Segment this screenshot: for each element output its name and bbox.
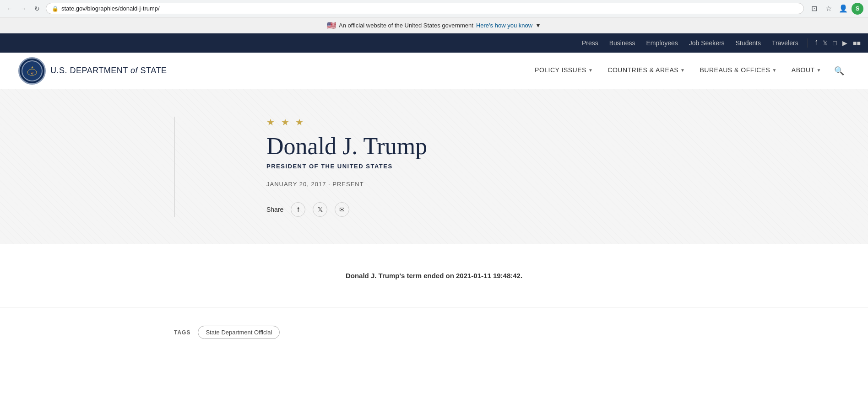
share-email-button[interactable]: ✉ (335, 202, 349, 217)
main-navigation: POLICY ISSUES ▼ COUNTRIES & AREAS ▼ BURE… (527, 53, 850, 89)
nav-bureaus-offices-label: BUREAUS & OFFICES (700, 66, 770, 74)
term-ended-section: Donald J. Trump's term ended on 2021-01-… (0, 244, 868, 307)
heres-how-you-know-link[interactable]: Here's how you know (476, 22, 532, 29)
chevron-down-icon: ▼ (817, 68, 821, 73)
browser-actions: ⊡ ☆ 👤 S (808, 2, 863, 15)
top-nav-students[interactable]: Students (730, 33, 766, 53)
biography-content: ★ ★ ★ Donald J. Trump PRESIDENT OF THE U… (174, 117, 586, 217)
chevron-down-icon: ▼ (680, 68, 685, 73)
profile-avatar-icon[interactable]: 👤 (837, 2, 850, 15)
svg-text:🦅: 🦅 (31, 71, 34, 75)
top-nav-employees[interactable]: Employees (641, 33, 684, 53)
chevron-down-icon: ▼ (588, 68, 593, 73)
nav-policy-issues[interactable]: POLICY ISSUES ▼ (527, 53, 600, 89)
top-navigation: Press Business Employees Job Seekers Stu… (0, 33, 868, 53)
biography-section: ★ ★ ★ Donald J. Trump PRESIDENT OF THE U… (0, 89, 868, 244)
share-label: Share (266, 206, 283, 213)
facebook-icon[interactable]: f (815, 39, 817, 47)
tags-section: TAGS State Department Official (0, 307, 868, 357)
address-bar[interactable]: 🔒 state.gov/biographies/donald-j-trump/ (46, 3, 804, 14)
share-facebook-button[interactable]: f (291, 202, 305, 217)
department-seal: ★ 🦅 (18, 57, 46, 85)
youtube-icon[interactable]: ▶ (842, 39, 847, 47)
share-row: Share f 𝕏 ✉ (266, 202, 568, 217)
profile-button[interactable]: S (852, 3, 863, 15)
forward-button[interactable]: → (18, 4, 28, 14)
cast-icon[interactable]: ⊡ (808, 2, 820, 15)
nav-countries-areas[interactable]: COUNTRIES & AREAS ▼ (600, 53, 692, 89)
person-dates: JANUARY 20, 2017 · PRESENT (266, 181, 568, 188)
bio-stars: ★ ★ ★ (266, 117, 568, 128)
lock-icon: 🔒 (52, 5, 59, 12)
bookmark-icon[interactable]: ☆ (822, 2, 835, 15)
top-nav-press[interactable]: Press (576, 33, 604, 53)
gov-banner-text: An official website of the United States… (339, 22, 473, 29)
nav-policy-issues-label: POLICY ISSUES (535, 66, 586, 74)
person-name: Donald J. Trump (266, 133, 568, 159)
svg-point-0 (22, 61, 42, 81)
department-name: U.S. DEPARTMENT of STATE (50, 66, 167, 75)
nav-about-label: ABOUT (792, 66, 815, 74)
tags-row: TAGS State Department Official (174, 326, 694, 339)
us-flag-icon: 🇺🇸 (327, 21, 336, 30)
social-icons: f 𝕏 □ ▶ ■■ (812, 39, 861, 47)
logo-link[interactable]: ★ 🦅 U.S. DEPARTMENT of STATE (18, 57, 167, 85)
share-twitter-button[interactable]: 𝕏 (313, 202, 327, 217)
flickr-icon[interactable]: ■■ (853, 39, 861, 47)
seal-svg: ★ 🦅 (21, 59, 43, 82)
top-nav-business[interactable]: Business (604, 33, 641, 53)
nav-about[interactable]: ABOUT ▼ (784, 53, 829, 89)
top-nav-links: Press Business Employees Job Seekers Stu… (576, 33, 804, 53)
chevron-down-icon: ▼ (535, 22, 541, 29)
back-button[interactable]: ← (5, 4, 15, 14)
main-header: ★ 🦅 U.S. DEPARTMENT of STATE POLICY ISSU… (0, 53, 868, 89)
url-text: state.gov/biographies/donald-j-trump/ (61, 5, 160, 12)
nav-divider (808, 38, 808, 48)
top-nav-job-seekers[interactable]: Job Seekers (684, 33, 730, 53)
nav-bureaus-offices[interactable]: BUREAUS & OFFICES ▼ (692, 53, 784, 89)
term-ended-text: Donald J. Trump's term ended on 2021-01-… (18, 272, 850, 279)
search-button[interactable]: 🔍 (829, 66, 850, 76)
tags-label: TAGS (174, 329, 190, 336)
person-title: PRESIDENT OF THE UNITED STATES (266, 163, 568, 170)
seal-circle: ★ 🦅 (18, 57, 46, 85)
tag-state-department-official[interactable]: State Department Official (198, 326, 280, 339)
reload-button[interactable]: ↻ (32, 4, 42, 14)
nav-countries-areas-label: COUNTRIES & AREAS (608, 66, 678, 74)
top-nav-travelers[interactable]: Travelers (766, 33, 804, 53)
instagram-icon[interactable]: □ (833, 39, 837, 47)
chevron-down-icon: ▼ (772, 68, 776, 73)
gov-banner: 🇺🇸 An official website of the United Sta… (0, 17, 868, 33)
twitter-icon[interactable]: 𝕏 (823, 39, 828, 47)
browser-chrome: ← → ↻ 🔒 state.gov/biographies/donald-j-t… (0, 0, 868, 17)
